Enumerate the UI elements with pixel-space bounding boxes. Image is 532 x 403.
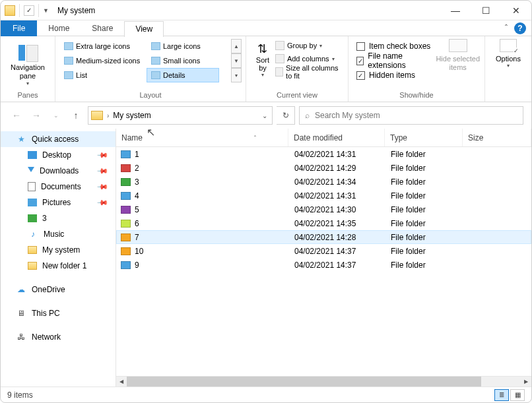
file-row[interactable]: 404/02/2021 14:31File folder <box>116 189 531 202</box>
folder-icon <box>121 150 131 158</box>
close-button[interactable]: ✕ <box>501 1 531 20</box>
file-row[interactable]: 204/02/2021 14:29File folder <box>116 161 531 175</box>
pin-icon: 📌 <box>96 164 108 177</box>
scroll-right-button[interactable]: ▶ <box>521 377 531 387</box>
qat-dropdown-icon[interactable]: ▼ <box>43 7 50 14</box>
checkbox-checked-icon: ✓ <box>356 71 365 80</box>
sidebar-desktop[interactable]: Desktop📌 <box>1 147 116 163</box>
navigation-pane-button[interactable]: Navigation pane ▾ <box>5 39 51 89</box>
sidebar-new-folder-1[interactable]: New folder 1 <box>1 258 116 274</box>
layout-details[interactable]: Details <box>147 68 219 82</box>
column-type[interactable]: Type <box>385 129 463 146</box>
folder-icon <box>121 206 131 214</box>
file-row[interactable]: 604/02/2021 14:35File folder <box>116 216 531 230</box>
file-name: 1 <box>135 150 139 159</box>
sidebar-music[interactable]: ♪Music <box>1 226 116 242</box>
view-mode-toggle: ≣ ▦ <box>494 389 525 401</box>
sidebar-network[interactable]: 🖧Network <box>1 329 116 345</box>
scroll-thumb[interactable] <box>127 377 481 387</box>
search-icon: ⌕ <box>305 111 310 120</box>
file-row[interactable]: 1004/02/2021 14:37File folder <box>116 244 531 258</box>
details-view-button[interactable]: ≣ <box>494 389 509 401</box>
checkbox-checked-icon: ✓ <box>356 57 364 65</box>
medium-icons-icon <box>64 57 73 65</box>
group-label-current-view: Current view <box>250 90 344 100</box>
layout-extra-large[interactable]: Extra large icons <box>59 39 147 53</box>
minimize-button[interactable]: — <box>440 1 471 20</box>
tab-share[interactable]: Share <box>81 20 124 36</box>
collapse-ribbon-button[interactable]: ˆ <box>505 24 508 33</box>
folder-icon <box>121 220 131 228</box>
small-icons-icon <box>151 57 160 65</box>
file-name: 5 <box>135 205 139 214</box>
chevron-down-icon: ▾ <box>26 80 29 86</box>
scroll-left-button[interactable]: ◀ <box>116 377 127 387</box>
column-name[interactable]: Nameˆ <box>116 129 288 146</box>
group-by-button[interactable]: Group by▾ <box>275 39 344 52</box>
list-icon <box>64 71 73 79</box>
chevron-right-icon[interactable]: › <box>107 112 109 119</box>
extra-large-icons-icon <box>64 42 73 50</box>
downloads-icon <box>28 167 34 175</box>
file-row[interactable]: 904/02/2021 14:37File folder <box>116 258 531 272</box>
details-icon <box>151 71 160 79</box>
tab-home[interactable]: Home <box>37 20 81 36</box>
ribbon-group-options: Options ▾ <box>485 36 531 102</box>
layout-large[interactable]: Large icons <box>147 39 219 53</box>
size-columns-button[interactable]: Size all columns to fit <box>275 65 344 78</box>
sidebar-quick-access[interactable]: ★Quick access <box>1 131 116 147</box>
address-dropdown-icon[interactable]: ⌄ <box>259 112 271 119</box>
navigation-pane-label: Navigation pane <box>5 63 51 80</box>
group-label-show-hide: Show/hide <box>352 90 481 100</box>
add-columns-button[interactable]: Add columns▾ <box>275 52 344 65</box>
file-type: File folder <box>385 150 463 159</box>
sidebar-folder-3[interactable]: 3 <box>1 210 116 226</box>
folder-icon <box>5 5 15 16</box>
column-size[interactable]: Size <box>463 129 531 146</box>
desktop-icon <box>28 151 37 159</box>
sort-by-button[interactable]: ⇅ Sort by ▾ <box>250 39 275 80</box>
thumbnails-view-button[interactable]: ▦ <box>510 389 525 401</box>
address-bar[interactable]: › My system ⌄ <box>88 106 273 125</box>
refresh-button[interactable]: ↻ <box>277 106 295 125</box>
file-row[interactable]: 104/02/2021 14:31File folder <box>116 147 531 161</box>
qat-properties-icon[interactable]: ✓ <box>24 5 34 16</box>
size-columns-icon <box>275 67 283 77</box>
up-button[interactable]: ↑ <box>68 108 84 123</box>
help-button[interactable]: ? <box>514 22 526 34</box>
layout-medium[interactable]: Medium-sized icons <box>59 53 147 68</box>
horizontal-scrollbar[interactable]: ◀ ▶ <box>116 376 531 387</box>
sidebar-this-pc[interactable]: 🖥This PC <box>1 305 116 321</box>
layout-expand[interactable]: ▾ <box>231 68 242 82</box>
search-box[interactable]: ⌕ Search My system <box>299 106 523 125</box>
hidden-items-toggle[interactable]: ✓Hidden items <box>356 68 431 82</box>
back-button[interactable]: ← <box>9 108 24 123</box>
sidebar-my-system[interactable]: My system <box>1 242 116 258</box>
history-dropdown[interactable]: ⌄ <box>48 108 64 123</box>
tab-file[interactable]: File <box>1 20 37 36</box>
file-name: 10 <box>135 247 143 256</box>
maximize-button[interactable]: ☐ <box>471 1 501 20</box>
address-path[interactable]: My system <box>113 111 255 120</box>
column-date[interactable]: Date modified <box>288 129 385 146</box>
sidebar-documents[interactable]: Documents📌 <box>1 179 116 195</box>
file-row[interactable]: 504/02/2021 14:30File folder <box>116 202 531 216</box>
pictures-icon <box>28 199 37 206</box>
folder-icon <box>121 192 131 200</box>
tab-view[interactable]: View <box>124 21 164 37</box>
options-button[interactable]: Options ▾ <box>489 39 527 69</box>
layout-list[interactable]: List <box>59 68 147 82</box>
pin-icon: 📌 <box>96 196 108 208</box>
forward-button[interactable]: → <box>28 108 44 123</box>
folder-icon <box>91 111 103 120</box>
layout-scroll-down[interactable]: ▼ <box>231 53 242 68</box>
sidebar-downloads[interactable]: Downloads📌 <box>1 163 116 179</box>
sidebar-pictures[interactable]: Pictures📌 <box>1 195 116 210</box>
file-row[interactable]: 304/02/2021 14:34File folder <box>116 175 531 189</box>
file-extensions-toggle[interactable]: ✓File name extensions <box>356 53 431 68</box>
layout-scroll-up[interactable]: ▲ <box>231 39 242 53</box>
sidebar-onedrive[interactable]: ☁OneDrive <box>1 282 116 297</box>
file-row[interactable]: 704/02/2021 14:28File folder <box>116 230 531 244</box>
layout-small[interactable]: Small icons <box>147 53 219 68</box>
scroll-track[interactable] <box>127 377 521 387</box>
